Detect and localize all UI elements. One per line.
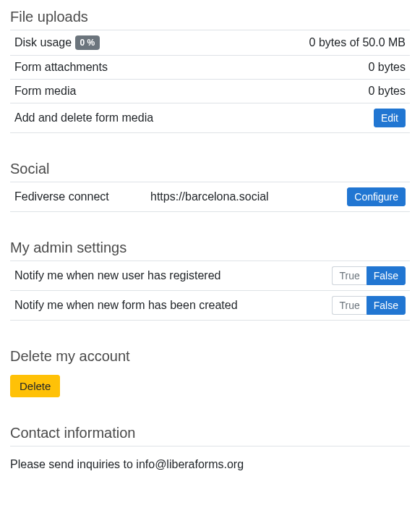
contact-title: Contact information — [10, 423, 410, 441]
disk-usage-badge: 0 % — [75, 35, 100, 50]
social-table: Fediverse connect https://barcelona.soci… — [10, 182, 410, 212]
admin-settings-table: Notify me when new user has registered T… — [10, 261, 410, 321]
table-row: Form attachments 0 bytes — [10, 56, 410, 80]
configure-button[interactable]: Configure — [347, 187, 406, 206]
notify-new-form-label: Notify me when new form has been created — [10, 291, 305, 321]
table-row: Disk usage 0 % 0 bytes of 50.0 MB — [10, 30, 410, 56]
admin-settings-title: My admin settings — [10, 238, 410, 256]
fediverse-label: Fediverse connect — [10, 182, 146, 212]
table-row: Fediverse connect https://barcelona.soci… — [10, 182, 410, 212]
admin-settings-section: My admin settings Notify me when new use… — [10, 238, 410, 321]
file-uploads-table: Disk usage 0 % 0 bytes of 50.0 MB Form a… — [10, 30, 410, 133]
fediverse-url: https://barcelona.social — [146, 182, 322, 212]
table-row: Add and delete form media Edit — [10, 103, 410, 133]
form-attachments-label: Form attachments — [10, 56, 244, 80]
table-row: Form media 0 bytes — [10, 80, 410, 103]
file-uploads-title: File uploads — [10, 7, 410, 25]
edit-button[interactable]: Edit — [374, 109, 406, 127]
form-attachments-value: 0 bytes — [244, 56, 410, 80]
contact-text: Please send inquiries to info@liberaform… — [10, 455, 410, 471]
delete-account-section: Delete my account Delete — [10, 347, 410, 397]
disk-usage-label: Disk usage — [14, 36, 72, 48]
notify-new-user-toggle: True False — [332, 266, 406, 285]
table-row: Notify me when new user has registered T… — [10, 261, 410, 291]
table-row: Notify me when new form has been created… — [10, 291, 410, 321]
form-media-label: Form media — [10, 80, 244, 103]
notify-new-form-toggle: True False — [332, 296, 406, 315]
social-title: Social — [10, 159, 410, 177]
contact-section: Contact information Please send inquirie… — [10, 423, 410, 471]
true-button[interactable]: True — [332, 266, 366, 285]
disk-usage-value: 0 bytes of 50.0 MB — [244, 30, 410, 56]
form-media-value: 0 bytes — [244, 80, 410, 103]
divider: Please send inquiries to info@liberaform… — [10, 446, 410, 471]
false-button[interactable]: False — [367, 296, 406, 315]
delete-account-title: Delete my account — [10, 347, 410, 365]
social-section: Social Fediverse connect https://barcelo… — [10, 159, 410, 212]
file-uploads-section: File uploads Disk usage 0 % 0 bytes of 5… — [10, 7, 410, 133]
false-button[interactable]: False — [367, 266, 406, 285]
delete-button[interactable]: Delete — [10, 375, 60, 397]
notify-new-user-label: Notify me when new user has registered — [10, 261, 305, 291]
add-delete-media-label: Add and delete form media — [10, 103, 244, 133]
true-button[interactable]: True — [332, 296, 366, 315]
